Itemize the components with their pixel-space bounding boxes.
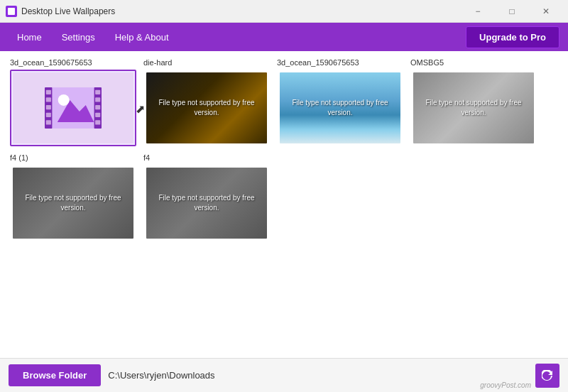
wallpaper-card[interactable]: die-hard File type not supported by free… [143, 58, 270, 146]
thumb: File type not supported by free version. [146, 168, 267, 239]
card-label: OMSBG5 [410, 58, 537, 67]
title-bar: Desktop Live Wallpapers − □ ✕ [0, 0, 568, 23]
card-label: 3d_ocean_1590675653 [277, 58, 403, 67]
browse-folder-button[interactable]: Browse Folder [9, 364, 101, 386]
wallpaper-card[interactable]: 3d_ocean_1590675653 File type not suppor… [277, 58, 403, 146]
unsupported-label: File type not supported by free version. [420, 98, 528, 118]
thumb-wrapper: File type not supported by free version. [10, 165, 136, 241]
card-label: f4 [143, 153, 270, 162]
thumb-wrapper: File type not supported by free version. [143, 70, 270, 146]
menu-home[interactable]: Home [9, 28, 50, 47]
unsupported-thumb: File type not supported by free version. [146, 168, 267, 239]
app-icon [6, 6, 17, 17]
unsupported-thumb: File type not supported by free version. [280, 72, 400, 143]
svg-rect-9 [95, 97, 100, 102]
svg-rect-3 [46, 90, 51, 94]
minimize-button[interactable]: − [462, 1, 494, 21]
svg-point-15 [58, 94, 70, 106]
watermark: groovyPost.com [480, 381, 531, 389]
unsupported-label: File type not supported by free version. [153, 98, 261, 118]
menu-items: Home Settings Help & About [9, 28, 178, 47]
title-bar-left: Desktop Live Wallpapers [6, 6, 115, 17]
app-title: Desktop Live Wallpapers [21, 6, 115, 16]
svg-rect-0 [8, 8, 15, 15]
upgrade-button[interactable]: Upgrade to Pro [466, 26, 559, 48]
svg-rect-12 [95, 120, 100, 124]
thumb-wrapper [10, 70, 136, 146]
card-label: f4 (1) [10, 153, 136, 162]
thumb: File type not supported by free version. [280, 72, 400, 143]
card-label: die-hard [143, 58, 270, 67]
unsupported-label: File type not supported by free version. [153, 193, 261, 213]
placeholder-image [13, 72, 133, 143]
thumb-wrapper: File type not supported by free version. [143, 165, 270, 241]
thumb: File type not supported by free version. [13, 168, 133, 239]
svg-rect-10 [95, 105, 100, 109]
maximize-button[interactable]: □ [496, 1, 528, 21]
svg-rect-5 [46, 105, 51, 109]
wallpaper-card[interactable]: 3d_ocean_1590675653 [10, 58, 136, 146]
thumb-wrapper: File type not supported by free version. [410, 70, 537, 146]
svg-rect-4 [46, 97, 51, 102]
window-controls: − □ ✕ [462, 1, 562, 21]
thumb-wrapper: File type not supported by free version. [277, 70, 403, 146]
unsupported-thumb: File type not supported by free version. [413, 72, 534, 143]
close-button[interactable]: ✕ [530, 1, 562, 21]
svg-rect-11 [95, 113, 100, 117]
thumb [13, 72, 133, 143]
folder-path: C:\Users\ryjen\Downloads [108, 370, 559, 381]
bottom-bar: Browse Folder C:\Users\ryjen\Downloads g… [0, 358, 568, 392]
menu-help[interactable]: Help & About [106, 28, 178, 47]
card-label: 3d_ocean_1590675653 [10, 58, 136, 67]
wallpaper-card[interactable]: f4 File type not supported by free versi… [143, 153, 270, 241]
menu-bar: Home Settings Help & About Upgrade to Pr… [0, 23, 568, 51]
svg-rect-7 [46, 120, 51, 124]
refresh-button[interactable] [535, 364, 559, 388]
wallpaper-card[interactable]: OMSBG5 File type not supported by free v… [410, 58, 537, 146]
wallpaper-grid: 3d_ocean_1590675653 [0, 51, 568, 358]
wallpaper-card[interactable]: f4 (1) File type not supported by free v… [10, 153, 136, 241]
unsupported-thumb: File type not supported by free version. [146, 72, 267, 143]
menu-settings[interactable]: Settings [53, 28, 104, 47]
thumb: File type not supported by free version. [146, 72, 267, 143]
unsupported-label: File type not supported by free version. [19, 193, 128, 213]
unsupported-label: File type not supported by free version. [286, 98, 395, 118]
thumb: File type not supported by free version. [413, 72, 534, 143]
svg-rect-8 [95, 90, 100, 94]
svg-rect-6 [46, 113, 51, 117]
unsupported-thumb: File type not supported by free version. [13, 168, 133, 239]
